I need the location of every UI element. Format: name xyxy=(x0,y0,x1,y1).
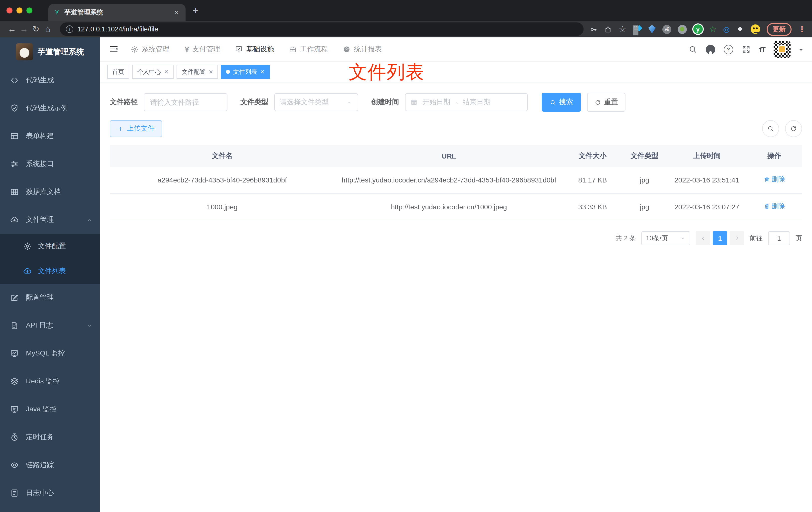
back-button[interactable]: ← xyxy=(6,25,18,33)
page-content: 文件路径 文件类型 请选择文件类型 创建时间 xyxy=(100,82,812,512)
sidebar-item-form-builder[interactable]: 表单构建 xyxy=(0,122,100,150)
new-tab-button[interactable]: + xyxy=(193,4,199,17)
window-controls xyxy=(6,7,32,13)
sidebar: 芋道管理系统 代码生成 代码生成示例 表单构建 系统接口 数据库文档 文件管理 … xyxy=(0,37,100,512)
sidebar-item-config-management[interactable]: 配置管理 xyxy=(0,284,100,311)
reload-button[interactable]: ↻ xyxy=(30,25,42,33)
delete-button[interactable]: 删除 xyxy=(764,201,785,212)
browser-update-button[interactable]: 更新 xyxy=(766,23,791,36)
sidebar-item-tracing[interactable]: 链路追踪 xyxy=(0,451,100,479)
tag-home[interactable]: 首页 xyxy=(107,65,129,79)
forward-button[interactable]: → xyxy=(18,25,30,33)
sidebar-item-mysql-monitor[interactable]: MySQL 监控 xyxy=(0,339,100,367)
plus-icon xyxy=(117,125,124,132)
extension-tampermonkey-icon[interactable]: 11 xyxy=(633,25,642,34)
browser-menu-icon[interactable]: ⋮ xyxy=(798,24,806,34)
show-search-button[interactable] xyxy=(762,120,779,137)
extension-star-icon[interactable]: ☆ xyxy=(709,25,717,33)
password-key-icon[interactable] xyxy=(590,25,598,33)
file-type-label: 文件类型 xyxy=(240,98,268,107)
sidebar-item-log-center[interactable]: 日志中心 xyxy=(0,479,100,507)
tag-profile[interactable]: 个人中心✕ xyxy=(132,65,174,79)
collapse-sidebar-icon[interactable] xyxy=(109,44,119,54)
tag-close-icon[interactable]: ✕ xyxy=(164,69,169,74)
page-size-select[interactable]: 10条/页 xyxy=(641,232,690,245)
avatar-caret-down-icon[interactable] xyxy=(799,49,803,53)
home-button[interactable]: ⌂ xyxy=(42,25,54,33)
sidebar-item-system-api[interactable]: 系统接口 xyxy=(0,150,100,178)
reset-button[interactable]: 重置 xyxy=(587,93,626,112)
share-icon[interactable] xyxy=(604,25,612,33)
upload-file-button[interactable]: 上传文件 xyxy=(110,120,162,137)
page-number-button[interactable]: 1 xyxy=(713,232,727,245)
chevron-up-icon xyxy=(86,217,93,223)
tag-close-icon[interactable]: ✕ xyxy=(260,69,265,74)
date-range-picker[interactable]: 开始日期 - 结束日期 xyxy=(405,93,528,111)
table-header-row: 文件名 URL 文件大小 文件类型 上传时间 操作 xyxy=(110,145,802,167)
yen-icon: ¥ xyxy=(184,45,189,54)
bookmark-star-icon[interactable]: ☆ xyxy=(619,25,627,33)
prev-page-button[interactable] xyxy=(696,232,710,245)
sidebar-item-java-monitor[interactable]: Java 监控 xyxy=(0,395,100,423)
topnav-statistics-report[interactable]: 统计报表 xyxy=(343,45,382,54)
url-field[interactable]: i 127.0.0.1:1024/infra/file/file xyxy=(60,23,584,36)
next-page-button[interactable] xyxy=(730,232,744,245)
extension-eye-icon[interactable]: ◎ xyxy=(723,25,730,33)
tab-close-icon[interactable]: × xyxy=(173,8,180,17)
cell-upload-time: 2022-03-16 23:07:27 xyxy=(667,193,747,220)
file-path-label: 文件路径 xyxy=(110,98,138,107)
browser-tab[interactable]: 芋道管理系统 × xyxy=(48,4,185,21)
refresh-table-button[interactable] xyxy=(785,120,802,137)
file-type-select[interactable]: 请选择文件类型 xyxy=(274,93,358,111)
browser-address-bar: ← → ↻ ⌂ i 127.0.0.1:1024/infra/file/file… xyxy=(0,21,812,37)
sidebar-item-file-list[interactable]: 文件列表 xyxy=(0,259,100,284)
fullscreen-icon[interactable] xyxy=(742,45,751,54)
cell-file-name: 1000.jpeg xyxy=(110,193,335,220)
extension-dot-icon[interactable] xyxy=(677,25,687,34)
pagination-total: 共 2 条 xyxy=(616,234,636,243)
font-size-icon[interactable]: tT xyxy=(759,45,765,54)
extension-gem-icon[interactable] xyxy=(648,25,656,33)
col-file-name: 文件名 xyxy=(110,145,335,167)
window-zoom-button[interactable] xyxy=(26,7,32,13)
extensions-puzzle-icon[interactable] xyxy=(736,25,744,33)
topnav-workflow[interactable]: 工作流程 xyxy=(289,45,328,54)
tag-close-icon[interactable]: ✕ xyxy=(208,69,213,74)
app-title: 芋道管理系统 xyxy=(38,47,84,57)
sidebar-item-file-management[interactable]: 文件管理 xyxy=(0,206,100,234)
cell-url: http://test.yudao.iocoder.cn/a294ecb2-73… xyxy=(335,167,563,193)
extension-emoji-icon[interactable] xyxy=(751,24,760,34)
tag-file-list[interactable]: 文件列表✕ xyxy=(221,65,269,79)
col-file-type: 文件类型 xyxy=(622,145,667,167)
tags-view-bar: 首页 个人中心✕ 文件配置✕ 文件列表✕ xyxy=(100,62,812,82)
search-button[interactable]: 搜索 xyxy=(542,93,581,112)
avatar[interactable] xyxy=(774,41,790,58)
github-icon[interactable] xyxy=(706,44,715,54)
header-search-icon[interactable] xyxy=(688,45,697,54)
sidebar-item-code-generation[interactable]: 代码生成 xyxy=(0,66,100,94)
window-close-button[interactable] xyxy=(6,7,12,13)
topnav-infrastructure[interactable]: 基础设施 xyxy=(235,45,274,54)
site-info-icon[interactable]: i xyxy=(66,25,73,33)
sidebar-item-api-log[interactable]: API 日志 xyxy=(0,311,100,339)
sidebar-item-code-example[interactable]: 代码生成示例 xyxy=(0,94,100,122)
file-path-input[interactable] xyxy=(144,93,227,111)
help-icon[interactable]: ? xyxy=(724,44,733,54)
sidebar-item-redis-monitor[interactable]: Redis 监控 xyxy=(0,367,100,395)
tag-file-config[interactable]: 文件配置✕ xyxy=(177,65,218,79)
search-form: 文件路径 文件类型 请选择文件类型 创建时间 xyxy=(110,93,802,112)
window-minimize-button[interactable] xyxy=(17,7,23,13)
sidebar-item-file-config[interactable]: 文件配置 xyxy=(0,234,100,259)
calendar-icon xyxy=(410,99,417,106)
cell-file-name: a294ecb2-73dd-4353-bf40-296b8931d0bf xyxy=(110,167,335,193)
topnav-system-management[interactable]: 系统管理 xyxy=(131,45,170,54)
sidebar-item-db-doc[interactable]: 数据库文档 xyxy=(0,178,100,206)
extension-y-icon[interactable]: y xyxy=(693,24,702,34)
extension-command-icon[interactable]: ⌘ xyxy=(662,25,671,34)
goto-page-input[interactable] xyxy=(768,232,790,245)
end-date-placeholder: 结束日期 xyxy=(463,98,491,107)
delete-button[interactable]: 删除 xyxy=(764,174,785,185)
sidebar-item-scheduled-tasks[interactable]: 定时任务 xyxy=(0,423,100,451)
goto-label: 前往 xyxy=(750,234,763,243)
topnav-payment-management[interactable]: ¥支付管理 xyxy=(184,45,220,54)
